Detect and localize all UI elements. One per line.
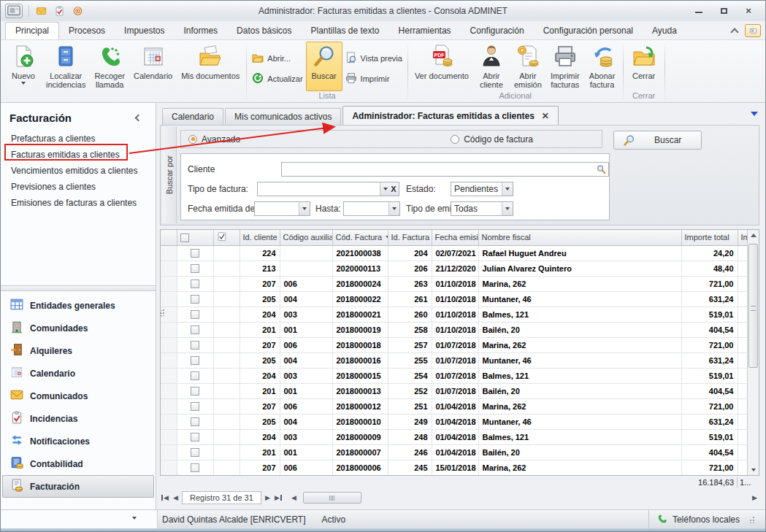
menu-tab-impuestos[interactable]: Impuestos	[115, 23, 174, 39]
app-mini-button[interactable]	[745, 24, 761, 37]
row-checkbox[interactable]	[191, 371, 199, 380]
column-header-fecha-emision[interactable]: Fecha emisión	[432, 230, 478, 245]
row-checkbox[interactable]	[191, 448, 199, 457]
select-all-checkbox[interactable]	[180, 234, 189, 242]
tipo-factura-combo[interactable]	[257, 182, 391, 196]
sidebar-nav-comunidades[interactable]: Comunidades	[2, 317, 154, 339]
hasta-combo[interactable]	[343, 201, 400, 216]
scroll-down-icon[interactable]	[748, 464, 759, 475]
menu-tab-configuracion[interactable]: Configuración	[461, 23, 534, 39]
table-row[interactable]: 207006201800001825701/07/2018Marina, 262…	[161, 337, 747, 352]
row-checkbox[interactable]	[191, 249, 199, 258]
fecha-desde-combo[interactable]	[254, 201, 310, 216]
radio-avanzado[interactable]: Avanzado	[188, 134, 240, 144]
first-record-button[interactable]: ◀	[160, 492, 169, 504]
sidebar-item-facturas-emitidas-a-clientes[interactable]: Facturas emitidas a clientes	[1, 147, 156, 163]
chevron-down-icon[interactable]	[502, 202, 513, 215]
column-header-importe-truncated[interactable]: Impor	[738, 230, 747, 245]
table-row[interactable]: 205004201800001024901/04/2018Muntaner, 4…	[161, 414, 747, 429]
row-checkbox[interactable]	[191, 356, 199, 365]
menu-tab-configuracion-personal[interactable]: Configuración personal	[534, 23, 643, 39]
sidebar-item-prefacturas-a-clientes[interactable]: Prefacturas a clientes	[1, 131, 156, 147]
chevron-down-icon[interactable]	[299, 202, 310, 215]
ribbon-button-imprimir[interactable]: Imprimir	[345, 72, 402, 85]
vertical-scrollbar[interactable]	[747, 230, 759, 475]
row-checkbox[interactable]	[191, 417, 199, 426]
tab-list-dropdown-icon[interactable]	[751, 112, 758, 116]
ribbon-button-calendario[interactable]: Calendario	[129, 42, 177, 81]
ribbon-button-localizar-incidencias[interactable]: Localizar incidencias	[42, 42, 90, 90]
check-column-header[interactable]	[213, 230, 240, 245]
document-tab-calendario[interactable]: Calendario	[162, 108, 223, 125]
row-checkbox[interactable]	[191, 310, 199, 319]
menu-tab-herramientas[interactable]: Herramientas	[389, 23, 461, 39]
table-row[interactable]: 201001201800000724601/04/2018Bailén, 204…	[161, 444, 747, 460]
status-bar-phones[interactable]: Teléfonos locales	[648, 510, 765, 528]
close-button[interactable]: ×	[740, 5, 757, 17]
minimize-button[interactable]	[691, 5, 707, 17]
table-row[interactable]: 207006201800000624515/01/2018Marina, 262…	[161, 460, 747, 475]
sidebar-nav-notificaciones[interactable]: Notificaciones	[2, 430, 154, 452]
row-checkbox[interactable]	[191, 264, 199, 273]
chevron-down-icon[interactable]	[502, 182, 513, 196]
table-row[interactable]: 205004201800001625501/07/2018Muntaner, 4…	[161, 352, 747, 368]
ribbon-button-abrir[interactable]: Abrir...	[252, 52, 302, 65]
scroll-right-button[interactable]: ▶	[750, 492, 759, 504]
sidebar-item-previsiones-a-clientes[interactable]: Previsiones a clientes	[1, 179, 156, 195]
chevron-down-icon[interactable]	[388, 202, 399, 215]
ribbon-button-actualizar[interactable]: Actualizar	[252, 72, 302, 85]
table-row[interactable]: 207006201800001225101/04/2018Marina, 262…	[161, 398, 747, 414]
column-header-codigo-auxiliar[interactable]: Código auxiliar	[280, 230, 332, 245]
column-header-nombre-fiscal[interactable]: Nombre fiscal	[478, 230, 681, 245]
table-row[interactable]: 213202000011320621/12/2020Julian Alvarez…	[161, 261, 747, 276]
restore-button[interactable]	[716, 5, 732, 17]
sidebar-item-vencimientos-emitidos-a-clientes[interactable]: Vencimientos emitidos a clientes	[1, 163, 156, 179]
sidebar-item-emisiones-de-facturas-a-clientes[interactable]: Emisiones de facturas a clientes	[1, 195, 156, 211]
row-checkbox[interactable]	[191, 341, 199, 350]
menu-tab-procesos[interactable]: Procesos	[59, 23, 115, 39]
search-by-strip[interactable]: Buscar por	[162, 127, 177, 223]
row-checkbox[interactable]	[191, 463, 199, 472]
horizontal-scrollbar-thumb[interactable]	[303, 492, 361, 504]
ribbon-button-nuevo[interactable]: Nuevo	[5, 42, 42, 85]
sidebar-nav-comunicados[interactable]: Comunicados	[2, 385, 154, 407]
cliente-input[interactable]	[282, 163, 596, 175]
ribbon-button-abrir-cliente[interactable]: Abrir cliente	[473, 42, 510, 90]
last-record-button[interactable]: ▶	[274, 492, 283, 504]
row-checkbox[interactable]	[191, 387, 199, 396]
close-tab-icon[interactable]: ✕	[542, 111, 549, 121]
table-row[interactable]: 205004201800002226101/10/2018Muntaner, 4…	[161, 291, 747, 307]
row-checkbox[interactable]	[191, 325, 199, 334]
horizontal-scrollbar[interactable]	[303, 492, 748, 504]
ribbon-button-buscar[interactable]: Buscar	[306, 42, 342, 91]
table-row[interactable]: 204003201800001525401/07/2018Balmes, 121…	[161, 368, 747, 383]
menu-tab-plantillas-de-texto[interactable]: Plantillas de texto	[301, 23, 388, 39]
collapse-sidebar-icon[interactable]	[135, 115, 142, 122]
estado-combo[interactable]: Pendientes	[451, 182, 513, 196]
sidebar-options-dropdown-icon[interactable]	[132, 517, 137, 520]
ribbon-button-abrir-emision[interactable]: Abrir emisión	[510, 42, 546, 90]
table-row[interactable]: 204003201800000924801/04/2018Balmes, 121…	[161, 429, 747, 444]
menu-tab-ayuda[interactable]: Ayuda	[643, 23, 686, 39]
tipo-emision-combo[interactable]: Todas	[451, 201, 513, 216]
vertical-splitter[interactable]: ⋮	[156, 103, 158, 509]
collapse-ribbon-icon[interactable]	[730, 28, 738, 36]
table-row[interactable]: 207006201800002426301/10/2018Marina, 262…	[161, 276, 747, 291]
ribbon-button-imprimir-facturas[interactable]: Imprimir facturas	[546, 42, 584, 90]
ribbon-button-ver-documento[interactable]: PDFVer documento	[410, 42, 473, 81]
sidebar-nav-calendario[interactable]: Calendario	[2, 362, 154, 385]
document-tab-mis-comunicados-activos[interactable]: Mis comunicados activos	[225, 108, 341, 125]
column-header-importe-total[interactable]: Importe total	[681, 230, 738, 245]
buscar-button[interactable]: Buscar	[613, 131, 702, 150]
menu-tab-informes[interactable]: Informes	[174, 23, 227, 39]
row-checkbox[interactable]	[191, 295, 199, 304]
scrollbar-thumb[interactable]	[748, 244, 758, 368]
sidebar-nav-facturacion[interactable]: Facturación	[2, 475, 154, 498]
select-all-header[interactable]	[177, 230, 213, 245]
sidebar-nav-incidencias[interactable]: Incidencias	[2, 407, 154, 430]
row-checkbox[interactable]	[191, 402, 199, 411]
ribbon-button-mis-documentos[interactable]: Mis documentos	[177, 42, 244, 81]
sidebar-splitter[interactable]	[1, 285, 156, 291]
menu-tab-principal[interactable]: Principal	[5, 22, 59, 39]
row-checkbox[interactable]	[191, 280, 199, 288]
